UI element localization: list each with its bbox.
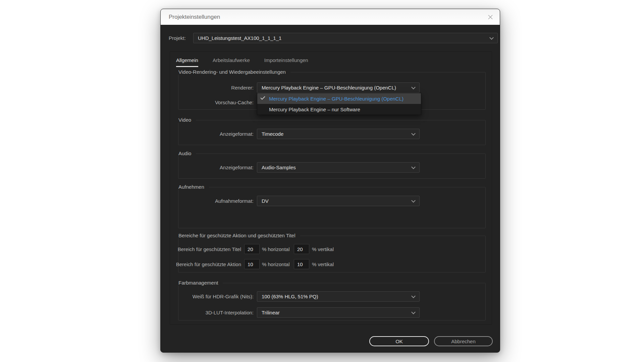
group-audio-title: Audio — [178, 150, 196, 156]
renderer-dropdown[interactable]: Mercury Playback Engine – GPU-Beschleuni… — [257, 82, 420, 93]
dialog-titlebar: Projekteinstellungen — [161, 9, 500, 25]
chevron-down-icon — [411, 198, 416, 202]
group-safe-areas-title: Bereiche für geschützte Aktion und gesch… — [178, 233, 300, 238]
safe-title-horizontal-unit: % horizontal — [262, 246, 290, 252]
menu-item-gpu-opencl[interactable]: Mercury Playback Engine – GPU-Beschleuni… — [257, 93, 421, 104]
menu-item-label: Mercury Playback Engine – nur Software — [269, 107, 360, 112]
safe-action-horizontal-unit: % horizontal — [262, 261, 290, 267]
video-display-format-value: Timecode — [262, 131, 283, 137]
menu-item-label: Mercury Playback Engine – GPU-Beschleuni… — [269, 96, 404, 102]
group-capture: Aufnehmen — [178, 187, 486, 228]
audio-display-format-value: Audio-Samples — [262, 165, 296, 170]
close-icon — [488, 14, 493, 20]
chevron-down-icon — [489, 35, 494, 40]
safe-title-vertical-input[interactable] — [294, 244, 309, 254]
chevron-down-icon — [411, 85, 416, 89]
lut-interpolation-label: 3D-LUT-Interpolation: — [174, 310, 254, 315]
close-button[interactable] — [485, 12, 496, 22]
project-dropdown[interactable]: UHD_Leistungstest_AX100_1_1_1_1 — [193, 33, 498, 43]
capture-format-dropdown[interactable]: DV — [257, 196, 420, 206]
chevron-down-icon — [411, 165, 416, 169]
menu-item-software-only[interactable]: Mercury Playback Engine – nur Software — [257, 104, 421, 115]
group-color-management-title: Farbmanagement — [178, 280, 223, 286]
renderer-dropdown-value: Mercury Playback Engine – GPU-Beschleuni… — [262, 85, 396, 90]
lut-interpolation-dropdown[interactable]: Trilinear — [257, 307, 420, 318]
safe-title-vertical-unit: % vertikal — [312, 246, 334, 252]
safe-action-vertical-input[interactable] — [294, 259, 309, 269]
preview-cache-label: Vorschau-Cache: — [174, 100, 254, 105]
group-video-title: Video — [178, 117, 196, 123]
chevron-down-icon — [411, 131, 416, 135]
project-settings-dialog: Projekteinstellungen Projekt: UHD_Leistu… — [160, 9, 500, 353]
audio-display-format-label: Anzeigeformat: — [174, 165, 254, 170]
safe-action-label: Bereich für geschützte Aktion — [167, 261, 241, 267]
tab-arbeitslaufwerke[interactable]: Arbeitslaufwerke — [213, 57, 250, 67]
renderer-dropdown-menu: Mercury Playback Engine – GPU-Beschleuni… — [257, 93, 421, 115]
video-display-format-label: Anzeigeformat: — [174, 131, 254, 137]
hdr-white-dropdown[interactable]: 100 (63% HLG, 51% PQ) — [257, 291, 420, 302]
capture-format-value: DV — [262, 198, 269, 204]
chevron-down-icon — [411, 310, 416, 314]
cancel-button[interactable]: Abbrechen — [434, 336, 493, 346]
capture-format-label: Aufnahmeformat: — [174, 198, 254, 204]
safe-title-horizontal-input[interactable] — [244, 244, 260, 254]
group-video-rendering-title: Video-Rendering- und Wiedergabeeinstellu… — [178, 69, 290, 75]
audio-display-format-dropdown[interactable]: Audio-Samples — [257, 162, 420, 173]
renderer-label: Renderer: — [174, 85, 254, 90]
project-label: Projekt: — [169, 35, 186, 41]
tab-bar: Allgemein Arbeitslaufwerke Importeinstel… — [176, 57, 308, 67]
safe-action-vertical-unit: % vertikal — [312, 261, 334, 267]
chevron-down-icon — [411, 294, 416, 298]
dialog-title: Projekteinstellungen — [169, 14, 220, 20]
safe-title-label: Bereich für geschützten Titel — [167, 246, 241, 252]
checkmark-icon — [260, 95, 265, 100]
project-dropdown-value: UHD_Leistungstest_AX100_1_1_1_1 — [198, 35, 281, 41]
hdr-white-value: 100 (63% HLG, 51% PQ) — [262, 294, 318, 299]
safe-action-horizontal-input[interactable] — [244, 259, 260, 269]
video-display-format-dropdown[interactable]: Timecode — [257, 129, 420, 139]
lut-interpolation-value: Trilinear — [262, 310, 280, 315]
group-capture-title: Aufnehmen — [178, 184, 209, 190]
tab-importeinstellungen[interactable]: Importeinstellungen — [264, 57, 308, 67]
hdr-white-label: Weiß für HDR-Grafik (Nits): — [174, 294, 254, 299]
ok-button[interactable]: OK — [369, 336, 429, 346]
tab-allgemein[interactable]: Allgemein — [176, 57, 198, 67]
